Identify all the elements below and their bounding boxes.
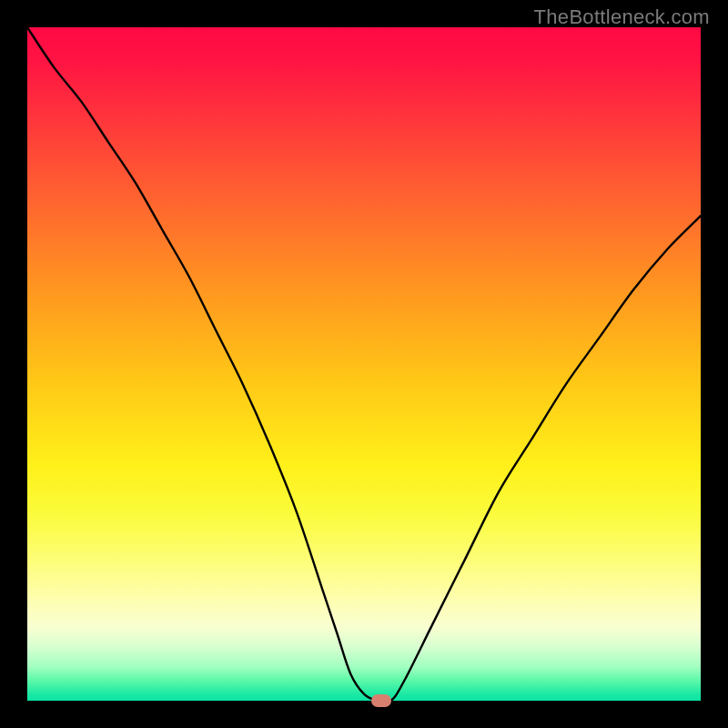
plot-area — [27, 27, 701, 701]
bottleneck-curve — [27, 27, 701, 701]
optimal-marker — [371, 694, 391, 707]
watermark-text: TheBottleneck.com — [534, 5, 710, 29]
curve-svg — [27, 27, 701, 701]
chart-container: TheBottleneck.com — [0, 0, 728, 728]
